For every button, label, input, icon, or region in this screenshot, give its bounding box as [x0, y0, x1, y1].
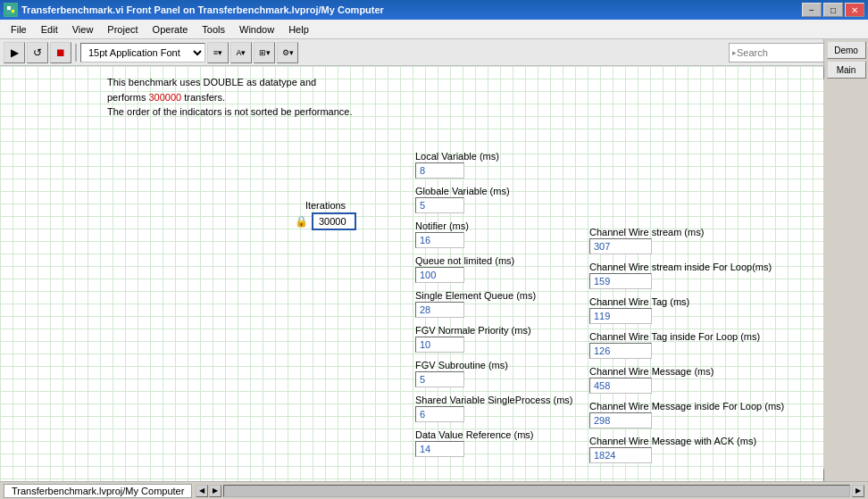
measure-fgv-subroutine-label: FGV Subroutine (ms) [415, 360, 572, 370]
layout-button[interactable]: ⊞▾ [254, 42, 275, 63]
measure-channel-wire-tag-for-loop: Channel Wire Tag inside For Loop (ms) 12… [589, 331, 784, 359]
horizontal-scrollbar[interactable] [223, 485, 850, 497]
menu-help[interactable]: Help [281, 22, 316, 37]
status-scroll-buttons: ◀ ▶ [196, 485, 221, 497]
main-tab[interactable]: Main [827, 61, 866, 79]
lock-icon: 🔒 [295, 215, 308, 228]
iterations-label: Iterations [295, 200, 356, 211]
menu-file[interactable]: File [4, 22, 34, 37]
menu-view[interactable]: View [65, 22, 101, 37]
measure-channel-wire-tag-value: 119 [589, 308, 652, 324]
main-area: This benchmark uses DOUBLE as datatype a… [0, 66, 823, 481]
menu-bar: File Edit View Project Operate Tools Win… [0, 20, 868, 39]
measurements-left-column: Local Variable (ms) 8 Globale Variable (… [415, 151, 572, 464]
measure-fgv-subroutine: FGV Subroutine (ms) 5 [415, 360, 572, 387]
minimize-button[interactable]: − [802, 3, 822, 17]
description-line1: This benchmark uses DOUBLE as datatype a… [107, 75, 353, 90]
measure-channel-wire-tag: Channel Wire Tag (ms) 119 [589, 296, 784, 324]
measure-channel-wire-message-for-loop-label: Channel Wire Message inside For Loop (ms… [589, 401, 784, 412]
status-tab[interactable]: Transferbenchmark.lvproj/My Computer [4, 484, 192, 498]
description-line2: performs 300000 transfers. [107, 90, 353, 105]
measure-channel-wire-message-value: 458 [589, 378, 652, 394]
side-panel: Demo Main [823, 39, 868, 80]
measure-channel-wire-message: Channel Wire Message (ms) 458 [589, 366, 784, 394]
run-continuously-button[interactable]: ↺ [27, 42, 48, 63]
iterations-group: Iterations 🔒 30000 [295, 200, 356, 230]
measure-channel-wire-tag-for-loop-value: 126 [589, 343, 652, 359]
maximize-button[interactable]: □ [823, 3, 843, 17]
measure-single-element-queue: Single Element Queue (ms) 28 [415, 290, 572, 318]
menu-tools[interactable]: Tools [195, 22, 232, 37]
measure-shared-variable-value: 6 [415, 406, 464, 422]
window-title: Transferbenchmark.vi Front Panel on Tran… [21, 4, 798, 15]
menu-window[interactable]: Window [232, 22, 281, 37]
menu-edit[interactable]: Edit [34, 22, 65, 37]
measure-queue-not-limited: Queue not limited (ms) 100 [415, 255, 572, 283]
description-text: This benchmark uses DOUBLE as datatype a… [107, 75, 353, 120]
measure-channel-wire-stream-label: Channel Wire stream (ms) [589, 227, 784, 237]
menu-project[interactable]: Project [100, 22, 145, 37]
measure-channel-wire-message-ack-label: Channel Wire Message with ACK (ms) [589, 436, 784, 446]
measure-local-variable: Local Variable (ms) 8 [415, 151, 572, 179]
measure-channel-wire-message-for-loop-value: 298 [589, 412, 652, 428]
highlight-number: 300000 [148, 92, 181, 103]
measure-channel-wire-stream-for-loop-label: Channel Wire stream inside For Loop(ms) [589, 262, 784, 272]
demo-tab[interactable]: Demo [827, 41, 866, 59]
measure-fgv-subroutine-value: 5 [415, 371, 464, 387]
measure-notifier-label: Notifier (ms) [415, 220, 572, 231]
window-controls: − □ ✕ [802, 3, 864, 17]
measurements-right-column: Channel Wire stream (ms) 307 Channel Wir… [589, 227, 784, 470]
measure-channel-wire-stream-for-loop-value: 159 [589, 273, 652, 289]
measure-channel-wire-message-for-loop: Channel Wire Message inside For Loop (ms… [589, 401, 784, 428]
description-line3: The order of the indicators is not sorte… [107, 104, 353, 120]
text-align-button[interactable]: ≡▾ [207, 42, 229, 63]
toolbar: ▶ ↺ ⏹ 15pt Application Font ≡▾ A▾ ⊞▾ ⚙▾ … [0, 39, 868, 66]
tab-scroll-right-button[interactable]: ▶ [209, 485, 221, 497]
measure-global-variable: Globale Variable (ms) 5 [415, 186, 572, 213]
content-area: This benchmark uses DOUBLE as datatype a… [0, 66, 823, 481]
status-bar: Transferbenchmark.lvproj/My Computer ◀ ▶… [0, 481, 868, 499]
measure-single-element-queue-value: 28 [415, 302, 464, 318]
scroll-right-end-button[interactable]: ▶ [852, 485, 864, 497]
title-bar: Transferbenchmark.vi Front Panel on Tran… [0, 0, 868, 20]
tab-scroll-left-button[interactable]: ◀ [196, 485, 208, 497]
measure-channel-wire-stream-value: 307 [589, 238, 652, 254]
measure-single-element-queue-label: Single Element Queue (ms) [415, 290, 572, 301]
measure-fgv-normal-priority-value: 10 [415, 337, 464, 353]
color-button[interactable]: A▾ [230, 42, 252, 63]
measure-queue-not-limited-value: 100 [415, 267, 464, 283]
measure-notifier: Notifier (ms) 16 [415, 220, 572, 248]
measure-channel-wire-message-label: Channel Wire Message (ms) [589, 366, 784, 377]
measure-shared-variable: Shared Variable SingleProcess (ms) 6 [415, 395, 572, 422]
measure-fgv-normal-priority: FGV Normale Priority (ms) 10 [415, 325, 572, 353]
measure-channel-wire-tag-label: Channel Wire Tag (ms) [589, 296, 784, 307]
search-input[interactable] [737, 47, 826, 58]
measure-global-variable-label: Globale Variable (ms) [415, 186, 572, 196]
svg-rect-2 [12, 10, 14, 12]
measure-queue-not-limited-label: Queue not limited (ms) [415, 255, 572, 266]
measure-shared-variable-label: Shared Variable SingleProcess (ms) [415, 395, 572, 405]
measure-data-value-reference-label: Data Value Reference (ms) [415, 429, 572, 440]
svg-rect-1 [7, 6, 11, 10]
measure-local-variable-value: 8 [415, 162, 464, 179]
measure-fgv-normal-priority-label: FGV Normale Priority (ms) [415, 325, 572, 336]
measure-global-variable-value: 5 [415, 197, 464, 213]
measure-notifier-value: 16 [415, 232, 464, 248]
measure-data-value-reference-value: 14 [415, 441, 464, 457]
measure-channel-wire-stream: Channel Wire stream (ms) 307 [589, 227, 784, 254]
abort-button[interactable]: ⏹ [50, 42, 71, 63]
toolbar-separator-1 [75, 44, 77, 62]
iterations-value: 30000 [312, 212, 356, 230]
measure-local-variable-label: Local Variable (ms) [415, 151, 572, 162]
app-icon [4, 3, 18, 17]
close-button[interactable]: ✕ [845, 3, 864, 17]
measure-channel-wire-tag-for-loop-label: Channel Wire Tag inside For Loop (ms) [589, 331, 784, 342]
run-options-button[interactable]: ⚙▾ [277, 42, 298, 63]
measure-data-value-reference: Data Value Reference (ms) 14 [415, 429, 572, 457]
measure-channel-wire-message-ack-value: 1824 [589, 447, 652, 463]
font-selector[interactable]: 15pt Application Font [80, 43, 205, 62]
measure-channel-wire-stream-for-loop: Channel Wire stream inside For Loop(ms) … [589, 262, 784, 289]
run-arrow-button[interactable]: ▶ [4, 42, 25, 63]
measure-channel-wire-message-ack: Channel Wire Message with ACK (ms) 1824 [589, 436, 784, 463]
menu-operate[interactable]: Operate [146, 22, 196, 37]
